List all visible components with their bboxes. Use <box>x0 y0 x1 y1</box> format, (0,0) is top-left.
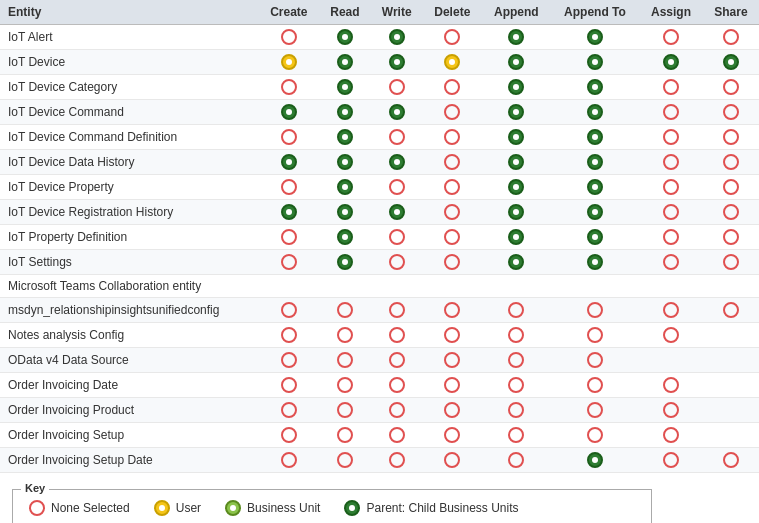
perm-cell-appendto <box>551 225 639 250</box>
circle-none <box>281 327 297 343</box>
circle-green <box>587 29 603 45</box>
perm-cell-delete <box>423 423 482 448</box>
entity-name: Order Invoicing Product <box>0 398 259 423</box>
perm-cell-share <box>703 100 759 125</box>
entity-name: Notes analysis Config <box>0 323 259 348</box>
circle-green <box>663 54 679 70</box>
perm-cell-read <box>319 50 371 75</box>
circle-green <box>389 29 405 45</box>
perm-cell-appendto <box>551 373 639 398</box>
perm-cell-assign <box>639 50 703 75</box>
perm-cell-share <box>703 323 759 348</box>
circle-none <box>663 402 679 418</box>
perm-cell-delete <box>423 100 482 125</box>
perm-cell-share <box>703 250 759 275</box>
perm-cell-assign <box>639 150 703 175</box>
perm-cell-create <box>259 75 320 100</box>
perm-cell-delete <box>423 275 482 298</box>
perm-cell-write <box>371 150 423 175</box>
perm-cell-delete <box>423 348 482 373</box>
circle-none <box>663 29 679 45</box>
table-row: IoT Property Definition <box>0 225 759 250</box>
perm-cell-write <box>371 125 423 150</box>
circle-none <box>663 104 679 120</box>
perm-cell-write <box>371 373 423 398</box>
perm-cell-append <box>482 175 551 200</box>
perm-cell-delete <box>423 398 482 423</box>
perm-cell-assign <box>639 423 703 448</box>
circle-green <box>337 229 353 245</box>
circle-green <box>508 79 524 95</box>
key-items: None SelectedUserBusiness UnitParent: Ch… <box>29 500 635 516</box>
table-row: IoT Device Category <box>0 75 759 100</box>
circle-none <box>281 402 297 418</box>
circle-green <box>508 179 524 195</box>
circle-none <box>444 129 460 145</box>
perm-cell-appendto <box>551 75 639 100</box>
perm-cell-appendto <box>551 150 639 175</box>
entity-name: IoT Settings <box>0 250 259 275</box>
perm-cell-write <box>371 275 423 298</box>
perm-cell-share <box>703 200 759 225</box>
circle-green <box>281 204 297 220</box>
perm-cell-create <box>259 448 320 473</box>
entity-name: msdyn_relationshipinsightsunifiedconfig <box>0 298 259 323</box>
perm-cell-share <box>703 125 759 150</box>
perm-cell-share <box>703 50 759 75</box>
column-header-share: Share <box>703 0 759 25</box>
perm-cell-append <box>482 225 551 250</box>
perm-cell-write <box>371 448 423 473</box>
entity-name: IoT Device Command Definition <box>0 125 259 150</box>
circle-none <box>508 427 524 443</box>
perm-cell-read <box>319 25 371 50</box>
perm-cell-share <box>703 275 759 298</box>
circle-green <box>723 54 739 70</box>
circle-green <box>587 154 603 170</box>
perm-cell-write <box>371 100 423 125</box>
circle-green <box>587 129 603 145</box>
circle-green <box>337 79 353 95</box>
circle-green <box>587 254 603 270</box>
perm-cell-create <box>259 25 320 50</box>
circle-none <box>508 302 524 318</box>
circle-none <box>663 229 679 245</box>
perm-cell-read <box>319 423 371 448</box>
circle-none <box>389 254 405 270</box>
perm-cell-append <box>482 275 551 298</box>
circle-none <box>663 377 679 393</box>
circle-none <box>587 302 603 318</box>
key-item: User <box>154 500 201 516</box>
table-row: IoT Settings <box>0 250 759 275</box>
perm-cell-create <box>259 125 320 150</box>
perm-cell-create <box>259 323 320 348</box>
circle-none <box>663 79 679 95</box>
circle-green <box>337 254 353 270</box>
perm-cell-append <box>482 348 551 373</box>
circle-green <box>587 204 603 220</box>
perm-cell-create <box>259 398 320 423</box>
circle-none <box>281 427 297 443</box>
entity-name: IoT Device Category <box>0 75 259 100</box>
perm-cell-assign <box>639 175 703 200</box>
circle-green <box>508 204 524 220</box>
perm-cell-assign <box>639 225 703 250</box>
perm-cell-append <box>482 100 551 125</box>
perm-cell-append <box>482 150 551 175</box>
circle-green <box>508 254 524 270</box>
perm-cell-read <box>319 373 371 398</box>
perm-cell-appendto <box>551 50 639 75</box>
circle-green <box>389 54 405 70</box>
perm-cell-assign <box>639 200 703 225</box>
circle-none <box>723 229 739 245</box>
perm-cell-append <box>482 373 551 398</box>
perm-cell-append <box>482 200 551 225</box>
circle-none <box>663 179 679 195</box>
circle-none <box>389 352 405 368</box>
column-header-append: Append <box>482 0 551 25</box>
perm-cell-assign <box>639 448 703 473</box>
circle-none <box>508 327 524 343</box>
circle-none <box>587 327 603 343</box>
perm-cell-create <box>259 150 320 175</box>
circle-none <box>508 402 524 418</box>
circle-green <box>587 229 603 245</box>
